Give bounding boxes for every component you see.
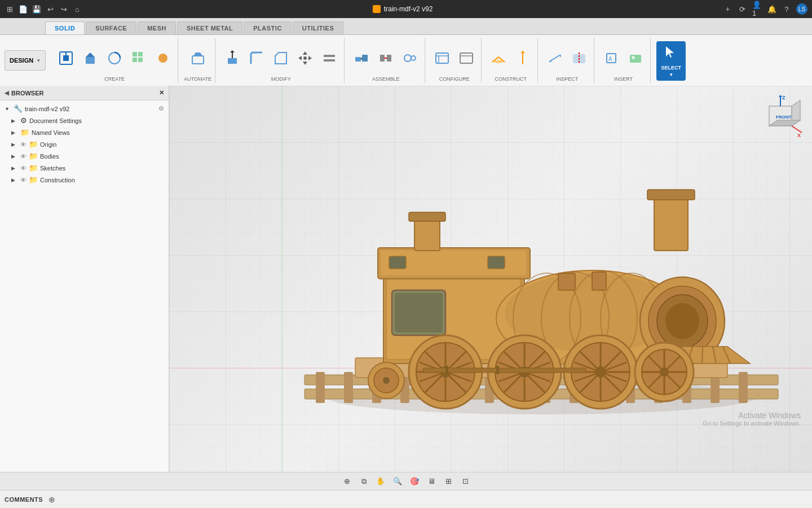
- navigation-pan-btn[interactable]: ⧉: [357, 475, 370, 488]
- inspect-measure-btn[interactable]: [544, 47, 566, 69]
- extrude-icon: [81, 49, 99, 67]
- align-icon: [320, 49, 338, 67]
- construct-axis-btn[interactable]: [511, 47, 534, 69]
- tab-utilities[interactable]: UTILITIES: [293, 21, 343, 34]
- comments-bar: COMMENTS ⊕: [0, 490, 812, 508]
- view-cube-btn[interactable]: ⊡: [458, 475, 472, 488]
- tab-plastic[interactable]: PLASTIC: [244, 21, 292, 34]
- grid-btn[interactable]: ⊞: [442, 475, 455, 488]
- user-count-icon[interactable]: 👤1: [752, 4, 762, 14]
- viewport[interactable]: FRONT Z X Activate Windows Go to Setting…: [169, 86, 812, 472]
- measure-icon: [546, 49, 564, 67]
- create-new-component-btn[interactable]: [55, 47, 77, 69]
- fillet-icon: [248, 49, 266, 67]
- svg-text:A: A: [608, 56, 612, 62]
- create-extrude-btn[interactable]: [79, 47, 102, 69]
- axis-cube[interactable]: FRONT Z X: [758, 95, 803, 140]
- assemble-rigid-btn[interactable]: [374, 47, 397, 69]
- construction-folder-icon: 📁: [29, 176, 38, 184]
- redo-icon[interactable]: ↪: [59, 4, 69, 14]
- modify-align-btn[interactable]: [318, 47, 341, 69]
- tree-doc-settings[interactable]: ▶ ⚙ Document Settings: [0, 115, 169, 126]
- browser-items: ▼ 🔧 train-mdf-v2 v92 ⚙ ▶ ⚙ Document Sett…: [0, 100, 169, 472]
- configure-btn1[interactable]: [431, 47, 453, 69]
- svg-marker-50: [666, 46, 674, 58]
- assemble-joint-btn[interactable]: [350, 47, 373, 69]
- browser-collapse-btn[interactable]: ◀: [5, 90, 9, 96]
- file-icon[interactable]: 📄: [18, 4, 28, 14]
- svg-rect-3: [86, 57, 95, 64]
- insert-decal-btn[interactable]: [624, 47, 647, 69]
- modify-move-btn[interactable]: [294, 47, 316, 69]
- create-pattern-btn[interactable]: [127, 47, 150, 69]
- tab-mesh[interactable]: MESH: [138, 21, 176, 34]
- tree-named-views[interactable]: ▶ 📁 Named Views: [0, 126, 169, 138]
- configure-label: CONFIGURE: [439, 76, 470, 83]
- tab-surface[interactable]: SURFACE: [86, 21, 136, 34]
- inspect-section-btn[interactable]: [568, 47, 590, 69]
- user-avatar[interactable]: LS: [796, 3, 807, 15]
- svg-text:X: X: [797, 133, 801, 138]
- assemble-drive-btn[interactable]: [399, 47, 421, 69]
- configure-btn2[interactable]: [455, 47, 478, 69]
- tab-sheet-metal[interactable]: SHEET METAL: [177, 21, 242, 34]
- browser-options-btn[interactable]: ✕: [159, 89, 164, 97]
- automate-btn[interactable]: [187, 47, 209, 69]
- svg-rect-32: [436, 53, 448, 63]
- root-settings-icon: ⚙: [158, 105, 164, 112]
- sketches-eye-icon[interactable]: 👁: [20, 165, 27, 172]
- navigation-zoom-btn[interactable]: 🔍: [391, 475, 404, 488]
- navigation-look-at-btn[interactable]: 🎯: [408, 475, 421, 488]
- svg-rect-58: [316, 372, 325, 403]
- svg-marker-40: [520, 51, 525, 53]
- modify-press-pull-btn[interactable]: [221, 47, 244, 69]
- configure-icon1: [433, 49, 451, 67]
- modify-chamfer-btn[interactable]: [270, 47, 292, 69]
- insert-canvas-btn[interactable]: A: [600, 47, 623, 69]
- tree-construction[interactable]: ▶ 👁 📁 Construction: [0, 174, 169, 186]
- svg-rect-25: [362, 55, 368, 62]
- origin-eye-icon[interactable]: 👁: [20, 141, 27, 148]
- svg-rect-28: [387, 55, 391, 62]
- save-icon[interactable]: 💾: [32, 4, 42, 14]
- construction-label: Construction: [40, 177, 164, 183]
- svg-point-140: [383, 377, 390, 384]
- svg-rect-86: [647, 190, 695, 200]
- automate-icons: [187, 38, 209, 76]
- tree-origin[interactable]: ▶ 👁 📁 Origin: [0, 138, 169, 150]
- origin-label: Origin: [40, 141, 164, 148]
- refresh-icon[interactable]: ⟳: [738, 4, 748, 14]
- app-grid-icon[interactable]: ⊞: [5, 4, 15, 14]
- browser-header: ◀ BROWSER ✕: [0, 86, 169, 100]
- create-group: CREATE: [51, 38, 178, 83]
- svg-rect-7: [138, 52, 143, 56]
- construction-eye-icon[interactable]: 👁: [20, 177, 27, 183]
- construct-axis-icon: [514, 49, 532, 67]
- tree-root-item[interactable]: ▼ 🔧 train-mdf-v2 v92 ⚙: [0, 103, 169, 115]
- tab-solid[interactable]: SOLID: [45, 21, 85, 34]
- home-icon[interactable]: ⌂: [72, 4, 82, 14]
- create-mirror-btn[interactable]: [152, 47, 174, 69]
- tree-sketches[interactable]: ▶ 👁 📁 Sketches: [0, 162, 169, 174]
- navigation-orbit-btn[interactable]: ⊕: [340, 475, 354, 488]
- svg-rect-84: [409, 212, 445, 221]
- create-revolve-btn[interactable]: [103, 47, 126, 69]
- svg-line-41: [549, 55, 561, 62]
- notifications-icon[interactable]: 🔔: [767, 4, 777, 14]
- bodies-eye-icon[interactable]: 👁: [20, 153, 27, 160]
- display-mode-btn[interactable]: 🖥: [425, 475, 438, 488]
- design-dropdown[interactable]: DESIGN ▼: [5, 50, 46, 71]
- select-button[interactable]: SELECT ▼: [656, 41, 686, 81]
- navigation-pan2-btn[interactable]: ✋: [374, 475, 387, 488]
- add-icon[interactable]: ＋: [723, 4, 733, 14]
- construct-plane-btn[interactable]: [487, 47, 510, 69]
- tree-bodies[interactable]: ▶ 👁 📁 Bodies: [0, 150, 169, 162]
- design-dropdown-arrow: ▼: [36, 58, 41, 63]
- modify-fillet-btn[interactable]: [245, 47, 268, 69]
- svg-marker-19: [298, 56, 302, 60]
- comments-add-btn[interactable]: ⊕: [48, 495, 55, 504]
- undo-icon[interactable]: ↩: [45, 4, 55, 14]
- svg-rect-83: [414, 217, 440, 251]
- svg-text:FRONT: FRONT: [776, 115, 792, 120]
- help-icon[interactable]: ?: [782, 4, 792, 14]
